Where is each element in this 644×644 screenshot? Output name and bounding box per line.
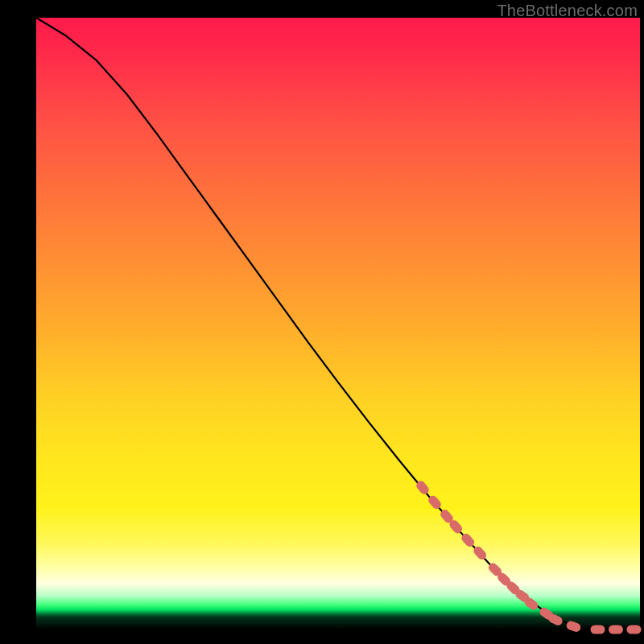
- chart-svg: [36, 18, 640, 630]
- data-marker: [565, 620, 582, 633]
- data-marker: [591, 625, 605, 634]
- marker-group: [415, 479, 641, 634]
- data-marker: [609, 625, 623, 634]
- plot-area: [36, 18, 640, 630]
- curve-line: [36, 18, 640, 630]
- outer-frame: TheBottleneck.com: [0, 0, 644, 644]
- data-marker: [627, 625, 642, 634]
